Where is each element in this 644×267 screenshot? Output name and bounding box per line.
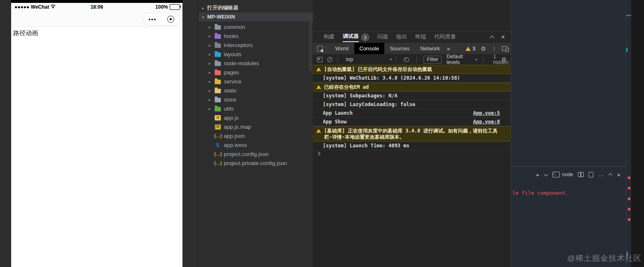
folder-icon xyxy=(215,89,221,93)
caret-icon: ▾ xyxy=(476,58,477,61)
editor-area: + node … × le file component. xyxy=(511,0,626,267)
tab-code-quality[interactable]: 代码质量 xyxy=(434,33,456,42)
kill-terminal-icon[interactable] xyxy=(589,173,593,177)
more-menu-button[interactable]: ••• xyxy=(144,17,161,21)
file-tree: ▸ common ▸ hooks ▸ interceptors ▸ layout… xyxy=(199,22,313,168)
folder-icon xyxy=(215,80,221,84)
project-root-item[interactable]: ▾ MP-WEIXIN xyxy=(199,12,313,21)
split-terminal-icon[interactable] xyxy=(578,172,584,177)
tree-item-common[interactable]: ▸ common xyxy=(199,22,313,31)
tree-item-app-wxss[interactable]: 3 app.wxss xyxy=(199,140,313,149)
tree-item-interceptors[interactable]: ▸ interceptors xyxy=(199,40,313,50)
tree-item-project-config[interactable]: {..} project.config.json xyxy=(199,149,313,158)
capsule-menu: ••• xyxy=(143,13,180,26)
tab-problems[interactable]: 问题 xyxy=(377,33,388,42)
page-title: 路径动画 xyxy=(13,29,38,37)
console-message-list: [自动热重载] 已开启代码文件保存后自动热重载 [system] WeChatL… xyxy=(313,65,511,267)
tree-item-layouts[interactable]: ▸ layouts xyxy=(199,50,313,59)
tab-build[interactable]: 构建 xyxy=(324,33,334,42)
console-log-row: App Launch App.vue:5 xyxy=(313,109,511,118)
tree-item-node-modules[interactable]: ▸ node-modules xyxy=(199,59,313,68)
clear-console-icon[interactable] xyxy=(327,57,332,62)
chevron-right-icon: ▸ xyxy=(208,88,212,93)
devtools-settings-icon[interactable]: ⚙ xyxy=(481,46,486,52)
open-editors-section[interactable]: ▸ 打开的编辑器 xyxy=(199,3,313,12)
scrollbar-gutter[interactable] xyxy=(626,0,632,267)
console-settings-icon[interactable]: ⚙ xyxy=(501,57,507,62)
tree-item-app-js[interactable]: JS app.js xyxy=(199,113,313,122)
collapse-panel-icon[interactable] xyxy=(490,35,494,40)
chevron-right-icon: ▸ xyxy=(208,52,212,57)
device-toolbar-icon[interactable] xyxy=(502,46,507,51)
close-terminal-icon[interactable]: × xyxy=(617,172,620,178)
tree-item-app-js-map[interactable]: JS app.js.map xyxy=(199,122,313,131)
scrollbar-mark-error xyxy=(628,187,630,189)
folder-icon xyxy=(215,107,221,111)
context-selector[interactable]: top ▼ xyxy=(346,57,393,62)
tree-item-hooks[interactable]: ▸ hooks xyxy=(199,31,313,40)
tab-terminal[interactable]: 终端 xyxy=(415,33,426,42)
console-log-row: [system] LazyCodeLoading: false xyxy=(313,100,511,109)
inspect-element-icon[interactable] xyxy=(317,46,323,52)
filter-input[interactable]: Filter xyxy=(424,56,442,64)
maximize-panel-icon[interactable] xyxy=(608,173,613,177)
folder-icon xyxy=(215,43,221,48)
console-warning-row: 已经存在分包EM ad xyxy=(313,83,511,92)
json-file-icon: {..} xyxy=(215,151,221,157)
tree-item-pages[interactable]: ▸ pages xyxy=(199,68,313,77)
new-terminal-icon[interactable]: + xyxy=(536,172,540,178)
source-location-link[interactable]: App.vue:8 xyxy=(473,119,500,125)
tab-wxml[interactable]: Wxml xyxy=(330,43,354,54)
devtools-menu-icon[interactable]: ⋮ xyxy=(491,45,497,52)
tab-output[interactable]: 输出 xyxy=(396,33,407,42)
tab-sources[interactable]: Sources xyxy=(384,43,415,54)
folder-icon xyxy=(215,71,221,75)
panel-window-controls: × xyxy=(490,34,505,40)
terminal-more-icon[interactable]: … xyxy=(598,173,604,175)
console-log-row: App Show App.vue:8 xyxy=(313,118,511,126)
terminal-error-output: le file component. xyxy=(512,190,568,196)
scrollbar-mark-blue xyxy=(626,15,631,16)
scrollbar-mark-teal xyxy=(626,48,627,52)
folder-icon xyxy=(215,34,221,39)
folder-icon xyxy=(215,61,221,66)
json-file-icon: {..} xyxy=(215,161,221,166)
console-input-row[interactable] xyxy=(313,150,511,155)
project-root-label: MP-WEIXIN xyxy=(207,14,235,20)
close-panel-icon[interactable]: × xyxy=(501,34,505,40)
console-sidebar-icon[interactable] xyxy=(317,57,322,62)
target-icon xyxy=(167,16,174,23)
watermark-label: @稀土掘金技术社区 xyxy=(567,253,642,264)
devtools-tab-bar: Wxml Console Sources Network » 3 ⚙ ⋮ xyxy=(313,43,511,54)
exit-miniprogram-button[interactable] xyxy=(162,16,180,23)
more-tabs-icon[interactable]: » xyxy=(447,45,450,52)
warning-counter[interactable]: 3 xyxy=(466,46,475,52)
debugger-count-badge: 3 xyxy=(361,33,369,41)
console-log-row: [system] Subpackages: N/A xyxy=(313,92,511,100)
chevron-right-icon: ▸ xyxy=(208,61,212,66)
scrollbar-mark-error xyxy=(628,198,630,200)
scrollbar-mark-error xyxy=(628,208,630,210)
source-location-link[interactable]: App.vue:5 xyxy=(473,110,500,116)
tab-console[interactable]: Console xyxy=(354,43,385,54)
log-levels-selector[interactable]: Default levels ▾ xyxy=(447,54,477,65)
tab-network[interactable]: Network xyxy=(415,43,445,54)
tree-item-utils[interactable]: ▸ utils xyxy=(199,104,313,113)
tree-item-project-private-config[interactable]: {..} project.private.config.json xyxy=(199,158,313,168)
tree-item-static[interactable]: ▸ static xyxy=(199,86,313,95)
panel-blank-area xyxy=(313,0,511,32)
chevron-right-icon: ▸ xyxy=(208,70,212,75)
tree-item-store[interactable]: ▸ store xyxy=(199,95,313,104)
console-log-row: [system] WeChatLib: 3.4.8 (2024.6.26 14:… xyxy=(313,74,511,83)
terminal-shell-label[interactable]: node xyxy=(562,172,573,177)
tree-item-app-json[interactable]: {..} app.json xyxy=(199,131,313,140)
tree-item-service[interactable]: ▸ service xyxy=(199,77,313,86)
simulator-top-bar xyxy=(11,0,182,3)
terminal-toolbar: + node … × xyxy=(511,167,626,182)
explorer-scrollbar[interactable] xyxy=(309,14,312,71)
live-expression-icon[interactable] xyxy=(404,57,409,62)
tab-debugger[interactable]: 调试器 3 xyxy=(343,33,369,42)
terminal-profile-dropdown-icon[interactable] xyxy=(544,172,548,176)
dropdown-icon: ▼ xyxy=(389,58,393,61)
debugger-panel: 构建 调试器 3 问题 输出 终端 代码质量 × Wxml Console So… xyxy=(313,0,511,267)
